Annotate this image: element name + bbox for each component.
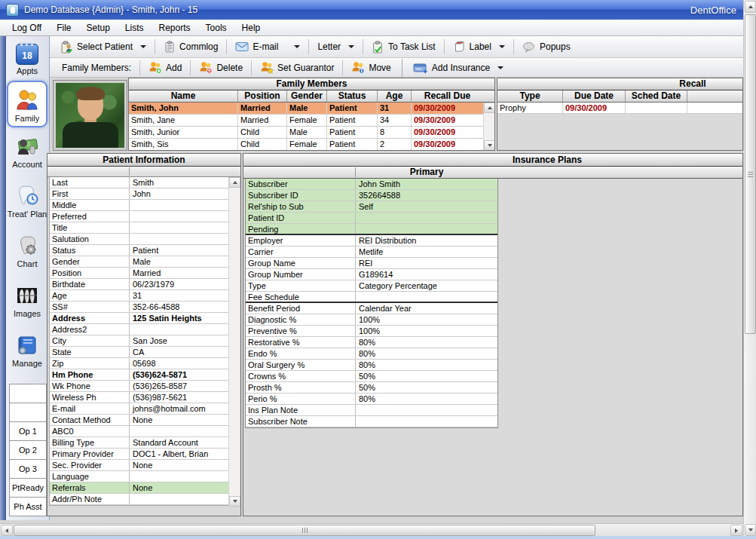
insurance-row[interactable]: Fee Schedule	[246, 292, 497, 303]
set-guarantor-button[interactable]: Set Guarantor	[254, 59, 340, 77]
patient-info-row[interactable]: Wk Phone(536)265-8587	[50, 381, 228, 392]
select-patient-dropdown-icon[interactable]	[140, 45, 146, 48]
insurance-row[interactable]: Endo %80%	[246, 348, 497, 360]
insurance-row[interactable]: Diagnostic %100%	[246, 314, 497, 326]
add-insurance-dropdown-icon[interactable]	[497, 66, 503, 69]
family-row-selected[interactable]: Smith, John Married Male Patient 31 09/3…	[129, 103, 483, 115]
recall-row[interactable]: Prophy 09/30/2009	[497, 103, 742, 114]
scroll-right-icon[interactable]	[730, 525, 742, 536]
menu-setup[interactable]: Setup	[78, 20, 117, 35]
vertical-scroll-thumb[interactable]	[745, 14, 756, 334]
scroll-down-icon[interactable]	[229, 496, 240, 507]
patient-info-row[interactable]: Middle	[50, 200, 228, 211]
patient-info-row-address[interactable]: Address125 Satin Heights	[50, 313, 228, 324]
insurance-row[interactable]: Benefit PeriodCalendar Year	[246, 303, 497, 314]
patient-info-row[interactable]: Salutation	[50, 234, 228, 245]
patient-info-row[interactable]: E-mailjohns@hotmail.com	[50, 403, 228, 415]
insurance-row[interactable]: Prosth %50%	[246, 382, 497, 394]
scroll-up-icon[interactable]	[484, 103, 495, 113]
patient-info-row[interactable]: Primary ProviderDOC1 - Albert, Brian	[50, 449, 228, 460]
scroll-down-icon[interactable]	[745, 524, 756, 536]
op-blank-cell[interactable]	[9, 384, 47, 403]
patient-info-row[interactable]: Wireless Ph(536)987-5621	[50, 392, 228, 403]
window-vertical-scrollbar[interactable]	[743, 0, 756, 539]
insurance-row[interactable]: CarrierMetlife	[246, 247, 497, 258]
email-button[interactable]: E-mail	[229, 38, 284, 56]
insurance-row[interactable]: Perio %80%	[246, 394, 497, 405]
op-3-button[interactable]: Op 3	[9, 459, 47, 479]
insurance-row[interactable]: Subscriber ID352664588	[246, 190, 497, 201]
scroll-down-icon[interactable]	[484, 140, 495, 151]
insurance-row[interactable]: TypeCategory Percentage	[246, 280, 497, 292]
scroll-up-icon[interactable]	[745, 1, 756, 13]
to-task-list-button[interactable]: To Task List	[366, 38, 441, 56]
insurance-row[interactable]: Patient ID	[246, 213, 497, 224]
popups-button[interactable]: Popups	[516, 38, 577, 56]
insurance-row[interactable]: SubscriberJohn Smith	[246, 179, 497, 190]
patient-info-row[interactable]: GenderMale	[50, 256, 228, 268]
letter-button[interactable]: Letter	[311, 38, 360, 56]
sidebar-item-account[interactable]: Account	[7, 132, 47, 177]
patient-info-row[interactable]: SS#352-66-4588	[50, 302, 228, 313]
commlog-button[interactable]: Commlog	[158, 38, 224, 56]
patient-info-row-referrals[interactable]: ReferralsNone	[50, 482, 228, 494]
menu-reports[interactable]: Reports	[152, 20, 198, 35]
op-2-button[interactable]: Op 2	[9, 440, 47, 460]
patient-info-row[interactable]: FirstJohn	[50, 188, 228, 200]
insurance-row[interactable]: Preventive %100%	[246, 326, 497, 337]
patient-info-row[interactable]: PositionMarried	[50, 268, 228, 279]
sidebar-item-family[interactable]: Family	[7, 81, 47, 127]
patient-info-row[interactable]: Language	[50, 471, 228, 482]
op-blank-cell[interactable]	[9, 403, 47, 422]
patient-info-row[interactable]: Title	[50, 222, 228, 234]
move-button[interactable]: Move	[345, 59, 396, 77]
menu-file[interactable]: File	[49, 20, 78, 35]
select-patient-button[interactable]: Select Patient	[54, 38, 152, 56]
insurance-row[interactable]: EmployerREI Distribution	[246, 235, 497, 247]
insurance-row[interactable]: Crowns %50%	[246, 371, 497, 382]
menu-lists[interactable]: Lists	[118, 20, 152, 35]
patient-info-row[interactable]: Age31	[50, 290, 228, 302]
sidebar-item-chart[interactable]: Chart	[7, 231, 47, 277]
patient-info-row[interactable]: Preferred	[50, 211, 228, 222]
insurance-row[interactable]: Rel'ship to SubSelf	[246, 201, 497, 213]
patient-info-row[interactable]: StateCA	[50, 347, 228, 358]
sidebar-item-treat-plan[interactable]: Treat' Plan	[7, 182, 47, 227]
menu-tools[interactable]: Tools	[198, 20, 234, 35]
insurance-row[interactable]: Group NameREI	[246, 258, 497, 269]
scroll-left-icon[interactable]	[1, 525, 13, 536]
pt-ready-button[interactable]: PtReady	[9, 478, 47, 498]
patient-info-row[interactable]: CitySan Jose	[50, 335, 228, 347]
sidebar-item-images[interactable]: Images	[7, 281, 47, 326]
insurance-row[interactable]: Restorative %80%	[246, 337, 497, 348]
patient-info-row[interactable]: Address2	[50, 324, 228, 335]
insurance-row[interactable]: Pending	[246, 224, 497, 235]
delete-family-member-button[interactable]: Delete	[193, 59, 249, 77]
patient-info-row[interactable]: StatusPatient	[50, 245, 228, 256]
label-dropdown-icon[interactable]	[499, 45, 505, 48]
patient-info-scrollbar[interactable]	[228, 177, 240, 507]
ph-asst-button[interactable]: Ph Asst	[9, 497, 47, 516]
family-row[interactable]: Smith, Jane Married Female Patient 34 09…	[129, 115, 483, 127]
patient-info-row[interactable]: Birthdate06/23/1979	[50, 279, 228, 290]
patient-info-row[interactable]: ABC0	[50, 426, 228, 437]
patient-info-row[interactable]: Sec. ProviderNone	[50, 460, 228, 471]
family-row[interactable]: Smith, Junior Child Male Patient 8 09/30…	[129, 127, 483, 139]
menu-help[interactable]: Help	[234, 20, 268, 35]
letter-dropdown-icon[interactable]	[348, 45, 354, 48]
patient-info-row[interactable]: Addr/Ph Note	[50, 494, 228, 505]
patient-info-row[interactable]: Contact MethodNone	[50, 415, 228, 426]
insurance-row[interactable]: Oral Surgery %80%	[246, 360, 497, 371]
horizontal-scroll-thumb[interactable]	[14, 525, 595, 536]
insurance-row[interactable]: Ins Plan Note	[246, 405, 497, 416]
patient-info-row[interactable]: Billing TypeStandard Account	[50, 437, 228, 449]
add-family-member-button[interactable]: Add	[142, 59, 188, 77]
email-dropdown-button[interactable]	[284, 38, 306, 56]
window-horizontal-scrollbar[interactable]	[0, 523, 743, 536]
menu-log-off[interactable]: Log Off	[5, 20, 49, 35]
family-row[interactable]: Smith, Sis Child Female Patient 2 09/30/…	[129, 139, 483, 151]
sidebar-item-appts[interactable]: 18 Appts	[7, 40, 47, 78]
family-grid-scrollbar[interactable]	[483, 103, 494, 151]
op-1-button[interactable]: Op 1	[9, 421, 47, 441]
add-insurance-button[interactable]: Add Insurance	[407, 59, 510, 77]
